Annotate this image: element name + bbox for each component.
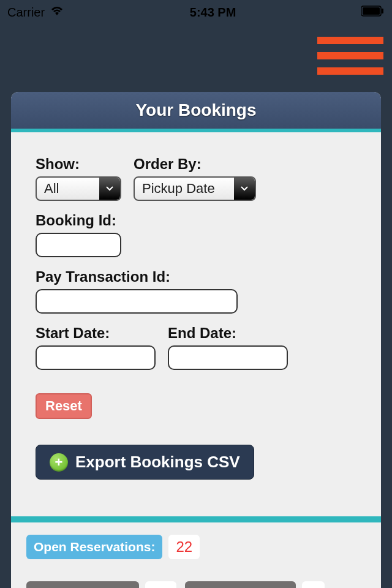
show-value: All [37,181,99,197]
end-date-label: End Date: [168,325,288,342]
bookings-card: Your Bookings Show: All Order By: Pickup… [11,92,381,588]
status-bar: Carrier 5:43 PM [0,0,392,24]
approved-jobs-stat: Approved Jobs: 10 [26,581,176,588]
svg-rect-2 [382,9,383,13]
approved-jobs-label: Approved Jobs: [26,581,139,588]
export-label: Export Bookings CSV [75,453,240,472]
plus-circle-icon [50,453,68,472]
open-reservations-label: Open Reservations: [26,535,162,559]
section-divider [11,516,381,522]
booking-id-input[interactable] [36,233,121,257]
show-select[interactable]: All [36,176,121,201]
order-by-label: Order By: [134,156,256,173]
status-time: 5:43 PM [190,6,236,20]
order-by-value: Pickup Date [135,181,234,197]
export-csv-button[interactable]: Export Bookings CSV [36,445,254,480]
end-date-input[interactable] [168,345,288,370]
approved-jobs-value: 10 [145,581,176,588]
wifi-icon [50,6,64,20]
svg-rect-1 [363,7,380,15]
chevron-down-icon [234,178,255,200]
nav-bar [0,24,392,92]
complete-jobs-value: 5 [302,581,325,588]
stats-area: Open Reservations: 22 Approved Jobs: 10 … [11,522,381,588]
open-reservations-value: 22 [168,535,200,559]
menu-icon[interactable] [317,37,383,75]
reset-button[interactable]: Reset [36,393,92,419]
open-reservations-stat: Open Reservations: 22 [26,535,200,559]
booking-id-label: Booking Id: [36,212,356,229]
pay-transaction-label: Pay Transaction Id: [36,268,356,285]
show-label: Show: [36,156,121,173]
pay-transaction-input[interactable] [36,289,238,314]
order-by-select[interactable]: Pickup Date [134,176,256,201]
battery-icon [361,6,385,20]
complete-jobs-stat: Complete Jobs: 5 [185,581,325,588]
complete-jobs-label: Complete Jobs: [185,581,296,588]
start-date-label: Start Date: [36,325,156,342]
card-title: Your Bookings [11,92,381,132]
start-date-input[interactable] [36,345,156,370]
filter-form: Show: All Order By: Pickup Date [11,132,381,492]
carrier-text: Carrier [7,6,45,20]
chevron-down-icon [99,178,120,200]
